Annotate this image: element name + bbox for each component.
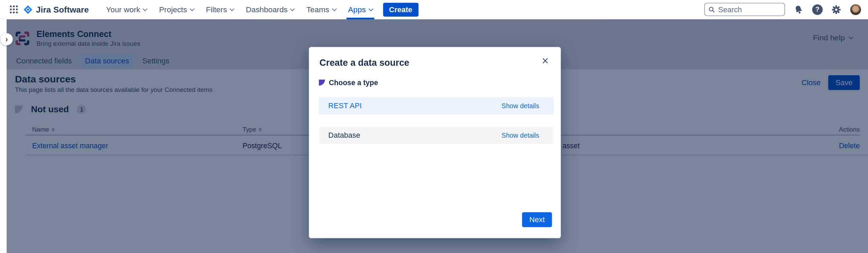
next-button[interactable]: Next bbox=[522, 212, 552, 227]
gear-icon bbox=[831, 4, 842, 15]
option-database[interactable]: Database Show details bbox=[319, 126, 554, 144]
primary-nav: Your work Projects Filters Dashboards Te… bbox=[100, 0, 378, 19]
settings-button[interactable] bbox=[831, 4, 842, 15]
modal-title: Create a data source bbox=[319, 57, 409, 68]
chevron-down-icon bbox=[368, 6, 373, 11]
global-search[interactable] bbox=[704, 3, 785, 16]
user-avatar[interactable] bbox=[850, 4, 861, 15]
chevron-down-icon bbox=[332, 6, 337, 11]
chevron-right-icon: › bbox=[5, 34, 8, 43]
jira-brand[interactable]: Jira Software bbox=[23, 5, 89, 14]
nav-item-your-work[interactable]: Your work bbox=[100, 0, 153, 19]
option-label: REST API bbox=[328, 102, 362, 110]
expand-sidebar-button[interactable]: › bbox=[1, 33, 13, 45]
nav-item-dashboards[interactable]: Dashboards bbox=[240, 0, 300, 19]
product-name: Jira Software bbox=[36, 5, 89, 14]
search-input[interactable] bbox=[718, 5, 781, 13]
app-switcher-icon[interactable] bbox=[7, 0, 21, 19]
show-details-link[interactable]: Show details bbox=[501, 102, 539, 110]
create-button[interactable]: Create bbox=[383, 2, 418, 16]
nav-item-teams[interactable]: Teams bbox=[300, 0, 342, 19]
create-data-source-modal: Create a data source × Choose a type RES… bbox=[309, 47, 561, 238]
notifications-button[interactable] bbox=[793, 4, 804, 15]
nav-item-apps[interactable]: Apps bbox=[342, 0, 378, 19]
nav-item-projects[interactable]: Projects bbox=[153, 0, 200, 19]
show-details-link[interactable]: Show details bbox=[501, 131, 539, 139]
nav-item-filters[interactable]: Filters bbox=[200, 0, 240, 19]
top-navigation-bar: Jira Software Your work Projects Filters… bbox=[0, 0, 868, 19]
jira-logo-icon bbox=[23, 5, 33, 14]
close-icon: × bbox=[542, 54, 549, 67]
help-button[interactable]: ? bbox=[812, 4, 823, 15]
option-label: Database bbox=[328, 131, 360, 139]
chevron-down-icon bbox=[143, 6, 147, 11]
option-rest-api[interactable]: REST API Show details bbox=[319, 97, 554, 115]
step-label: Choose a type bbox=[329, 78, 378, 86]
chevron-down-icon bbox=[190, 6, 194, 11]
chevron-down-icon bbox=[290, 6, 295, 11]
grid-icon bbox=[10, 5, 18, 14]
question-mark-icon: ? bbox=[812, 4, 823, 15]
modal-close-button[interactable]: × bbox=[542, 55, 549, 66]
chevron-down-icon bbox=[230, 6, 234, 11]
screen: Jira Software Your work Projects Filters… bbox=[0, 0, 868, 253]
search-icon bbox=[709, 6, 715, 13]
step-quarter-icon bbox=[319, 80, 325, 86]
nav-right-cluster: ? bbox=[704, 3, 862, 16]
bell-icon bbox=[793, 4, 804, 15]
modal-step-header: Choose a type bbox=[319, 78, 378, 86]
